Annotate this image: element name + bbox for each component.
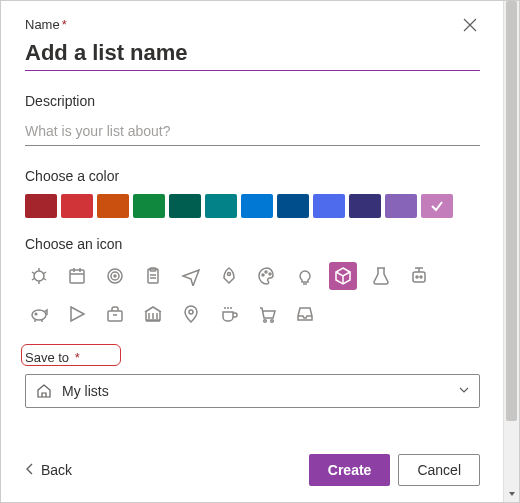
cancel-button[interactable]: Cancel (398, 454, 480, 486)
save-to-label-text: Save to (25, 350, 69, 365)
scrollbar[interactable] (503, 1, 519, 502)
back-button[interactable]: Back (25, 462, 72, 478)
svg-point-10 (269, 273, 271, 275)
create-button[interactable]: Create (309, 454, 391, 486)
save-to-value: My lists (62, 383, 109, 399)
svg-point-3 (111, 272, 119, 280)
color-swatch-pink[interactable] (421, 194, 453, 218)
color-swatch-navy[interactable] (277, 194, 309, 218)
bug-icon[interactable] (25, 262, 53, 290)
svg-rect-1 (70, 270, 84, 283)
bank-icon[interactable] (139, 300, 167, 328)
svg-point-17 (189, 310, 193, 314)
name-label-text: Name (25, 17, 60, 32)
svg-point-19 (271, 320, 274, 323)
description-label: Description (25, 93, 480, 109)
color-swatch-purple[interactable] (385, 194, 417, 218)
scrollbar-thumb[interactable] (506, 1, 517, 421)
piggy-bank-icon[interactable] (25, 300, 53, 328)
name-label: Name* (25, 17, 480, 32)
color-swatch-orange[interactable] (97, 194, 129, 218)
save-to-dropdown[interactable]: My lists (25, 374, 480, 408)
cart-icon[interactable] (253, 300, 281, 328)
required-mark: * (75, 350, 80, 365)
home-icon (36, 383, 52, 399)
airplane-icon[interactable] (177, 262, 205, 290)
beaker-icon[interactable] (367, 262, 395, 290)
check-icon (430, 199, 444, 213)
robot-icon[interactable] (405, 262, 433, 290)
svg-point-12 (416, 276, 418, 278)
lightbulb-icon[interactable] (291, 262, 319, 290)
cube-icon[interactable] (329, 262, 357, 290)
svg-point-2 (108, 269, 122, 283)
name-input[interactable] (25, 38, 480, 71)
svg-point-0 (34, 271, 44, 281)
save-to-label: Save to * (25, 350, 80, 365)
calendar-icon[interactable] (63, 262, 91, 290)
svg-rect-11 (413, 272, 425, 282)
description-input[interactable] (25, 119, 480, 146)
target-icon[interactable] (101, 262, 129, 290)
color-swatch-indigo[interactable] (313, 194, 345, 218)
color-swatch-dark-purple[interactable] (349, 194, 381, 218)
svg-point-8 (262, 274, 264, 276)
briefcase-icon[interactable] (101, 300, 129, 328)
svg-point-13 (420, 276, 422, 278)
scroll-down-icon[interactable] (504, 486, 519, 502)
icon-grid (25, 262, 445, 328)
required-mark: * (62, 17, 67, 32)
palette-icon[interactable] (253, 262, 281, 290)
rocket-icon[interactable] (215, 262, 243, 290)
color-swatch-dark-green[interactable] (169, 194, 201, 218)
chevron-down-icon (459, 385, 469, 397)
color-swatch-red[interactable] (61, 194, 93, 218)
choose-icon-label: Choose an icon (25, 236, 480, 252)
svg-point-18 (264, 320, 267, 323)
chevron-left-icon (25, 462, 35, 478)
svg-point-9 (265, 271, 267, 273)
color-swatch-green[interactable] (133, 194, 165, 218)
close-icon[interactable] (460, 15, 480, 35)
color-swatch-dark-red[interactable] (25, 194, 57, 218)
choose-color-label: Choose a color (25, 168, 480, 184)
svg-rect-16 (108, 311, 122, 321)
svg-point-4 (114, 275, 116, 277)
color-swatch-blue[interactable] (241, 194, 273, 218)
play-icon[interactable] (63, 300, 91, 328)
back-label: Back (41, 462, 72, 478)
clipboard-icon[interactable] (139, 262, 167, 290)
location-icon[interactable] (177, 300, 205, 328)
color-swatch-row (25, 194, 480, 218)
inbox-icon[interactable] (291, 300, 319, 328)
color-swatch-teal[interactable] (205, 194, 237, 218)
svg-point-15 (35, 313, 37, 315)
svg-point-7 (228, 273, 231, 276)
coffee-icon[interactable] (215, 300, 243, 328)
